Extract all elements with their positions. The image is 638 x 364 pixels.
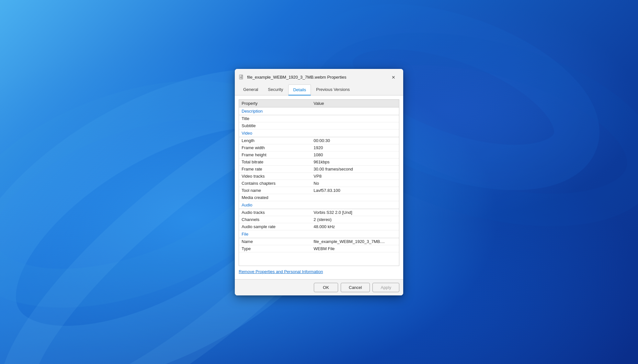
section-audio: Audio — [239, 201, 399, 209]
properties-scroll-area[interactable]: Description Title Subtitle Video Length … — [239, 107, 399, 266]
table-row: Frame width 1920 — [239, 144, 399, 151]
tab-general[interactable]: General — [239, 84, 263, 95]
table-row: Video tracks VP8 — [239, 173, 399, 180]
table-row: Media created — [239, 194, 399, 201]
tab-previous-versions[interactable]: Previous Versions — [312, 84, 354, 95]
table-row: Type WEBM File — [239, 245, 399, 252]
section-video: Video — [239, 129, 399, 137]
tab-security[interactable]: Security — [263, 84, 288, 95]
table-row: Audio sample rate 48.000 kHz — [239, 223, 399, 230]
properties-dialog: file_example_WEBM_1920_3_7MB.webm Proper… — [235, 69, 403, 295]
close-button[interactable]: ✕ — [389, 73, 398, 82]
dialog-overlay: file_example_WEBM_1920_3_7MB.webm Proper… — [235, 69, 403, 295]
cancel-button[interactable]: Cancel — [341, 283, 370, 292]
table-header: Property Value — [239, 99, 399, 107]
table-row: Frame height 1080 — [239, 151, 399, 159]
dialog-footer: OK Cancel Apply — [235, 279, 403, 295]
file-icon — [239, 74, 245, 80]
tab-bar: General Security Details Previous Versio… — [235, 84, 403, 95]
header-property: Property — [239, 100, 311, 107]
title-bar: file_example_WEBM_1920_3_7MB.webm Proper… — [235, 69, 403, 84]
table-row: Frame rate 30.00 frames/second — [239, 166, 399, 173]
table-row: Channels 2 (stereo) — [239, 216, 399, 223]
table-row: Total bitrate 961kbps — [239, 159, 399, 166]
apply-button[interactable]: Apply — [372, 283, 399, 292]
svg-rect-8 — [240, 77, 242, 77]
table-row: Title — [239, 115, 399, 122]
dialog-body: Property Value Description Title Subtitl… — [235, 95, 403, 279]
tab-details[interactable]: Details — [288, 84, 311, 95]
table-row: Subtitle — [239, 122, 399, 129]
table-row: Tool name Lavf57.83.100 — [239, 187, 399, 194]
header-value: Value — [311, 100, 399, 107]
section-description: Description — [239, 107, 399, 115]
ok-button[interactable]: OK — [314, 283, 338, 292]
table-row: Name file_example_WEBM_1920_3_7MB.... — [239, 238, 399, 245]
table-row: Contains chapters No — [239, 180, 399, 187]
svg-rect-9 — [240, 78, 242, 78]
table-row: Length 00:00:30 — [239, 137, 399, 144]
dialog-title: file_example_WEBM_1920_3_7MB.webm Proper… — [247, 75, 386, 80]
section-file: File — [239, 230, 399, 238]
remove-properties-link[interactable]: Remove Properties and Personal Informati… — [239, 269, 323, 274]
table-row: Audio tracks Vorbis S32 2.0 [Und] — [239, 209, 399, 216]
